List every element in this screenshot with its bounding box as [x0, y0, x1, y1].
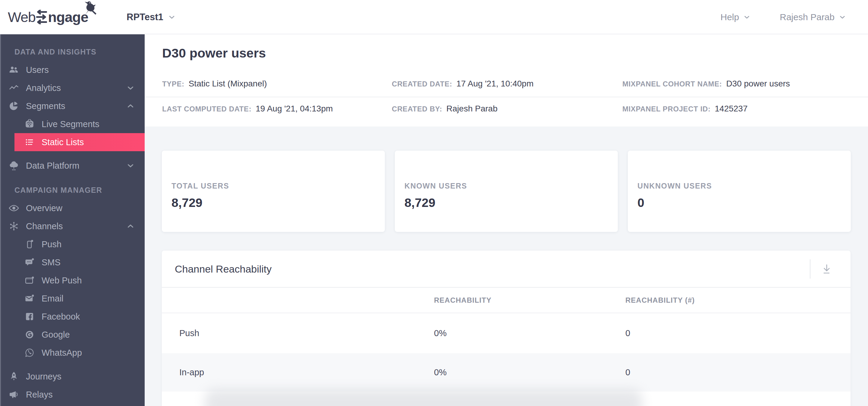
email-icon — [24, 293, 36, 304]
channels-icon — [8, 220, 20, 232]
header-divider — [810, 259, 810, 279]
sidebar-item-push[interactable]: Push — [0, 235, 145, 253]
total-users-card: TOTAL USERS 8,729 — [162, 150, 385, 232]
users-icon — [8, 64, 20, 76]
logo-arrows-glyph — [36, 10, 47, 24]
sidebar-item-label: Push — [41, 239, 61, 249]
reachability-cell: 0% — [434, 367, 625, 377]
rocket-icon — [8, 370, 20, 382]
sidebar-item-static-lists[interactable]: Static Lists — [14, 133, 145, 151]
segments-icon — [8, 100, 20, 112]
table-row: Push 0% 0 — [162, 313, 850, 353]
meta-divider — [145, 97, 868, 97]
stat-value: 8,729 — [404, 196, 618, 210]
reachability-count-cell: 0 — [625, 328, 850, 338]
table-row: In-app 0% 0 — [162, 353, 850, 392]
sidebar-item-email[interactable]: Email — [0, 290, 145, 307]
reachability-count-column-header: REACHABILITY (#) — [625, 296, 850, 304]
section-header-data-insights: DATA AND INSIGHTS — [0, 43, 145, 61]
stat-label: TOTAL USERS — [172, 181, 385, 190]
channel-cell: Push — [162, 328, 434, 338]
meta-mixpanel-project-id: MIXPANEL PROJECT ID: 1425237 — [622, 104, 748, 113]
chevron-down-icon — [838, 13, 846, 21]
user-name: Rajesh Parab — [780, 12, 835, 22]
whatsapp-icon — [24, 347, 36, 359]
facebook-icon — [24, 310, 36, 323]
channel-cell: In-app — [162, 367, 434, 377]
sidebar-item-label: Analytics — [26, 83, 61, 93]
known-users-card: KNOWN USERS 8,729 — [395, 150, 618, 232]
sidebar-item-facebook[interactable]: Facebook — [0, 307, 145, 326]
bottom-blur-overlay — [205, 389, 642, 406]
panel-title: Channel Reachability — [175, 263, 272, 275]
stat-value: 0 — [638, 196, 851, 210]
sidebar-item-data-platform[interactable]: Data Platform — [0, 157, 145, 175]
data-platform-icon — [8, 160, 20, 172]
sidebar-item-label: SMS — [41, 258, 61, 267]
sidebar-item-label: Segments — [26, 101, 65, 111]
sidebar-item-whatsapp[interactable]: WhatsApp — [0, 344, 145, 362]
sidebar-item-label: Static Lists — [41, 137, 84, 147]
table-header-row: REACHABILITY REACHABILITY (#) — [162, 287, 850, 313]
download-button[interactable] — [818, 261, 835, 277]
sms-icon — [24, 256, 36, 268]
sidebar-item-label: Data Platform — [26, 161, 79, 171]
stat-label: UNKNOWN USERS — [638, 181, 851, 190]
user-menu[interactable]: Rajesh Parab — [780, 12, 846, 22]
reachability-cell: 0% — [434, 328, 625, 338]
unknown-users-card: UNKNOWN USERS 0 — [628, 150, 851, 232]
sidebar-item-label: Web Push — [41, 276, 82, 285]
chevron-up-icon — [126, 222, 135, 231]
sidebar-item-sms[interactable]: SMS — [0, 253, 145, 271]
sidebar-item-label: Live Segments — [41, 119, 99, 129]
chevron-down-icon — [126, 161, 135, 170]
sidebar-item-users[interactable]: Users — [0, 61, 145, 79]
logo-text-web: Web — [8, 9, 35, 25]
stat-label: KNOWN USERS — [404, 181, 618, 190]
main-content: D30 power users TYPE: Static List (Mixpa… — [145, 34, 868, 406]
help-label: Help — [721, 12, 739, 22]
download-icon — [820, 263, 833, 275]
meta-created-date: CREATED DATE: 17 Aug '21, 10:40pm — [392, 79, 533, 89]
sidebar-item-web-push[interactable]: Web Push — [0, 271, 145, 290]
analytics-icon — [8, 82, 20, 94]
project-selector[interactable]: RPTest1 — [127, 0, 176, 34]
sidebar-item-label: Overview — [26, 203, 62, 213]
sidebar-item-label: Google — [41, 330, 70, 340]
sidebar-item-analytics[interactable]: Analytics — [0, 79, 145, 97]
meta-row-1: TYPE: Static List (Mixpanel) CREATED DAT… — [145, 79, 868, 93]
sidebar-item-relays[interactable]: Relays — [0, 385, 145, 404]
sidebar-item-label: Email — [41, 294, 64, 304]
stat-cards: TOTAL USERS 8,729 KNOWN USERS 8,729 UNKN… — [162, 150, 851, 232]
sidebar-item-channels[interactable]: Channels — [0, 217, 145, 235]
push-icon — [24, 238, 36, 250]
chevron-down-icon — [743, 13, 751, 21]
page-title: D30 power users — [162, 46, 266, 61]
topbar: Web ngage RPTest1 Help Rajesh Parab — [0, 0, 868, 34]
panel-header: Channel Reachability — [162, 250, 850, 287]
sidebar-item-label: Journeys — [26, 372, 61, 382]
web-push-icon — [24, 274, 36, 286]
meta-row-2: LAST COMPUTED DATE: 19 Aug '21, 04:13pm … — [145, 104, 868, 118]
page-header: D30 power users TYPE: Static List (Mixpa… — [145, 34, 868, 127]
project-name: RPTest1 — [127, 12, 163, 23]
sidebar-item-google[interactable]: Google — [0, 326, 145, 344]
eye-icon — [8, 202, 20, 214]
sidebar-item-journeys[interactable]: Journeys — [0, 367, 145, 385]
meta-mixpanel-cohort-name: MIXPANEL COHORT NAME: D30 power users — [622, 79, 790, 89]
sidebar-item-overview[interactable]: Overview — [0, 199, 145, 217]
google-icon — [24, 329, 36, 341]
reachability-column-header: REACHABILITY — [434, 296, 625, 304]
chevron-up-icon — [126, 102, 135, 110]
webengage-logo: Web ngage — [8, 9, 88, 25]
sidebar-item-label: Channels — [26, 222, 63, 231]
sidebar: DATA AND INSIGHTS Users Analytics — [0, 34, 145, 406]
sidebar-item-segments[interactable]: Segments — [0, 97, 145, 115]
stat-value: 8,729 — [172, 196, 385, 210]
help-menu[interactable]: Help — [721, 12, 751, 22]
sidebar-item-label: WhatsApp — [41, 348, 82, 358]
megaphone-icon — [8, 388, 20, 401]
bird-icon — [82, 0, 99, 17]
sidebar-item-live-segments[interactable]: Live Segments — [0, 115, 145, 133]
reachability-count-cell: 0 — [625, 367, 850, 377]
